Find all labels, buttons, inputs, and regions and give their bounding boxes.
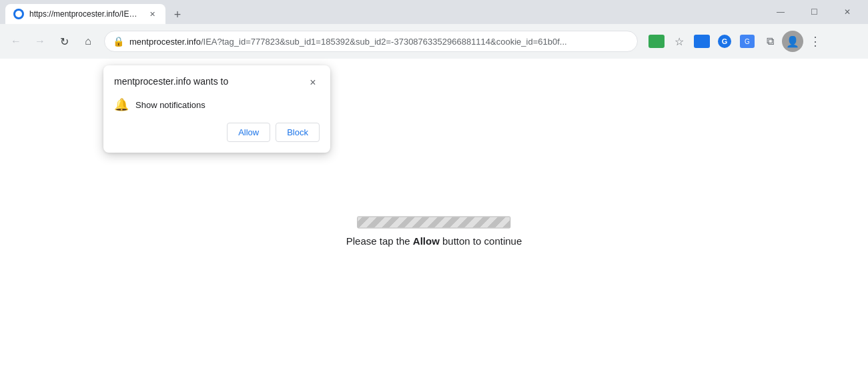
- bookmark-star-button[interactable]: ☆: [669, 31, 690, 52]
- profile-button[interactable]: 👤: [782, 31, 803, 52]
- tab-area: https://mentprocester.info/IEA?t... ✕ +: [5, 0, 765, 24]
- url-display: mentprocester.info/IEA?tag_id=777823&sub…: [129, 37, 629, 47]
- page-content: Please tap the Allow button to continue: [346, 216, 522, 246]
- active-tab[interactable]: https://mentprocester.info/IEA?t... ✕: [5, 4, 165, 24]
- content-area: mentprocester.info wants to × 🔔 Show not…: [0, 59, 868, 390]
- window-controls: — ☐ ✕: [765, 0, 863, 24]
- popup-close-button[interactable]: ×: [306, 76, 320, 89]
- popup-title: mentprocester.info wants to: [114, 76, 228, 87]
- address-bar: ← → ↻ ⌂ 🔒 mentprocester.info/IEA?tag_id=…: [0, 24, 868, 59]
- lock-icon: 🔒: [113, 36, 124, 47]
- home-button[interactable]: ⌂: [77, 31, 99, 52]
- url-path: /IEA?tag_id=777823&sub_id1=185392&sub_id…: [201, 37, 567, 47]
- popup-buttons: Allow Block: [114, 123, 320, 142]
- progress-bar: [357, 216, 510, 228]
- tab-close-button[interactable]: ✕: [147, 9, 157, 19]
- popup-notification-row: 🔔 Show notifications: [114, 97, 320, 112]
- refresh-button[interactable]: ↻: [53, 31, 75, 52]
- extensions-button[interactable]: ⧉: [759, 31, 781, 52]
- maximize-button[interactable]: ☐: [799, 0, 829, 24]
- browser-window: https://mentprocester.info/IEA?t... ✕ + …: [0, 0, 868, 390]
- extension-icon-4[interactable]: G: [738, 32, 757, 51]
- tab-title: https://mentprocester.info/IEA?t...: [29, 9, 141, 19]
- notification-label: Show notifications: [135, 100, 205, 110]
- progress-bar-container: [357, 216, 510, 228]
- forward-button[interactable]: →: [29, 31, 51, 52]
- close-button[interactable]: ✕: [832, 0, 863, 24]
- profile-icon: 👤: [786, 35, 799, 48]
- tab-favicon: [13, 9, 24, 19]
- allow-button[interactable]: Allow: [227, 123, 270, 142]
- page-instruction: Please tap the Allow button to continue: [346, 235, 522, 246]
- new-tab-button[interactable]: +: [168, 5, 187, 24]
- title-bar: https://mentprocester.info/IEA?t... ✕ + …: [0, 0, 868, 24]
- block-button[interactable]: Block: [276, 123, 320, 142]
- extension-icon-1[interactable]: [647, 32, 666, 51]
- extension-icon-3[interactable]: G: [715, 32, 734, 51]
- menu-button[interactable]: ⋮: [805, 31, 826, 52]
- bell-icon: 🔔: [114, 97, 129, 112]
- back-button[interactable]: ←: [5, 31, 27, 52]
- notification-popup: mentprocester.info wants to × 🔔 Show not…: [103, 65, 330, 153]
- toolbar-icons: ☆ G G ⧉ 👤 ⋮: [646, 31, 826, 52]
- url-host: mentprocester.info: [129, 37, 201, 47]
- popup-header: mentprocester.info wants to ×: [114, 76, 320, 89]
- omnibox[interactable]: 🔒 mentprocester.info/IEA?tag_id=777823&s…: [104, 31, 638, 52]
- instruction-bold: Allow: [413, 235, 440, 246]
- extension-icon-2[interactable]: [693, 32, 711, 51]
- minimize-button[interactable]: —: [765, 0, 796, 24]
- instruction-suffix: button to continue: [440, 235, 522, 246]
- instruction-prefix: Please tap the: [346, 235, 413, 246]
